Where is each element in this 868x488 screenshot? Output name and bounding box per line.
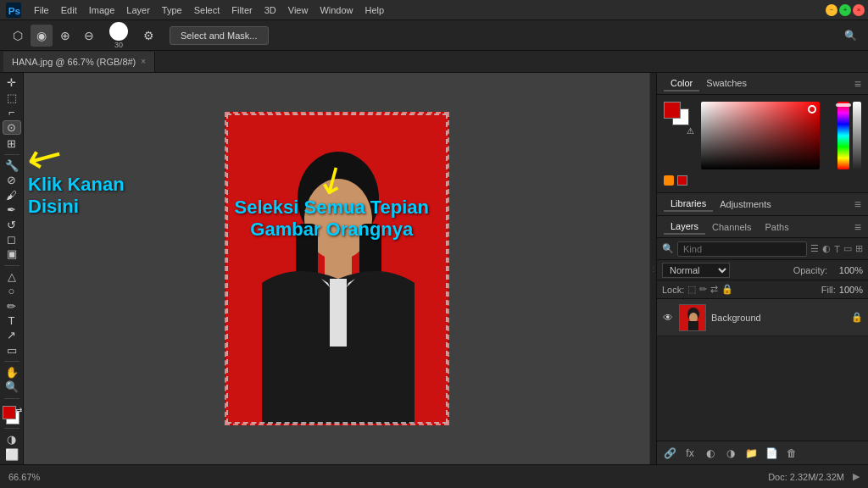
swap-colors-icon[interactable]: ⇄: [15, 406, 22, 415]
heal-tool[interactable]: ⊘: [3, 174, 21, 186]
color-swatch-fg-bg: ⚠: [664, 102, 694, 136]
search-icon[interactable]: 🔍: [839, 25, 861, 47]
gradient-tool[interactable]: ▣: [3, 247, 21, 260]
new-group-button[interactable]: 📁: [743, 446, 759, 461]
document-tab[interactable]: HANA.jpg @ 66.7% (RGB/8#) ×: [3, 52, 155, 72]
out-of-gamut-warning[interactable]: [664, 175, 674, 186]
marquee-tool[interactable]: ⬚: [3, 91, 21, 103]
tab-color[interactable]: Color: [664, 76, 699, 92]
add-style-button[interactable]: fx: [682, 446, 698, 461]
menu-3d[interactable]: 3D: [259, 3, 281, 17]
brush-tool[interactable]: 🖌: [3, 188, 21, 201]
add-mask-button[interactable]: ◐: [703, 446, 718, 461]
tab-libraries[interactable]: Libraries: [664, 197, 713, 212]
pen-tool[interactable]: ✏: [3, 299, 21, 312]
opacity-value[interactable]: 100%: [831, 265, 863, 275]
add-adjustment-button[interactable]: ◑: [723, 446, 738, 461]
clone-tool[interactable]: ✒: [3, 203, 21, 216]
lasso-tool[interactable]: ⌐: [3, 106, 21, 119]
edit-quick-mask[interactable]: ◑: [3, 433, 21, 446]
tab-layers[interactable]: Layers: [664, 219, 705, 235]
tab-paths[interactable]: Paths: [759, 220, 796, 234]
menu-layer[interactable]: Layer: [121, 3, 155, 17]
close-tab-icon[interactable]: ×: [141, 57, 146, 66]
select-mask-button[interactable]: Select and Mask...: [170, 26, 269, 45]
panel-resize-handle[interactable]: ⋮: [649, 73, 656, 464]
close-button[interactable]: ×: [853, 4, 865, 16]
quick-select-tool[interactable]: ⊙: [3, 120, 21, 135]
shape-tool[interactable]: ▭: [3, 344, 21, 357]
tab-adjustments[interactable]: Adjustments: [713, 197, 778, 211]
scroll-indicator[interactable]: ▶: [853, 471, 860, 482]
zoom-tool[interactable]: 🔍: [3, 380, 21, 393]
layers-panel: Layers Channels Paths ≡ 🔍 ☰ ◐ T ▭ ⊞ Norm…: [657, 216, 868, 464]
doc-size: Doc: 2.32M/2.32M: [768, 472, 844, 482]
history-brush[interactable]: ↺: [3, 218, 21, 230]
dodge-tool[interactable]: ○: [3, 285, 21, 297]
kind-pixel-icon[interactable]: ☰: [810, 243, 819, 254]
minimize-button[interactable]: −: [826, 4, 837, 16]
menu-type[interactable]: Type: [157, 3, 187, 17]
menu-image[interactable]: Image: [84, 3, 120, 17]
menu-filter[interactable]: Filter: [226, 3, 257, 17]
photo-canvas: [225, 112, 449, 425]
libraries-panel: Libraries Adjustments ≡: [657, 193, 868, 216]
spectrum-handle[interactable]: [808, 105, 816, 114]
layers-search-input[interactable]: [677, 241, 807, 257]
lock-artboard-icon[interactable]: ⇄: [710, 284, 718, 295]
lock-row: Lock: ⬚ ✏ ⇄ 🔒 Fill: 100%: [657, 280, 868, 299]
menu-file[interactable]: File: [29, 3, 54, 17]
alpha-bar[interactable]: [853, 102, 861, 169]
zoom-level: 66.67%: [8, 472, 40, 482]
kind-shape-icon[interactable]: ▭: [843, 243, 852, 254]
crop-tool[interactable]: ⊞: [3, 136, 21, 149]
eyedropper-tool[interactable]: 🔧: [3, 159, 21, 172]
change-screen-mode[interactable]: ⬜: [3, 448, 21, 461]
menu-select[interactable]: Select: [189, 3, 225, 17]
blend-mode-select[interactable]: Normal: [662, 263, 730, 278]
fg-color-preview[interactable]: [664, 102, 681, 119]
brush-size-number: 30: [114, 41, 123, 49]
lock-position-icon[interactable]: ✏: [699, 284, 707, 295]
move-tool[interactable]: ✛: [3, 76, 21, 89]
separator-3: [4, 361, 19, 362]
canvas-area[interactable]: ↙ Klik Kanan Disini ↙ Seleksi Semua Tepi…: [24, 73, 649, 464]
hue-bar[interactable]: [837, 102, 849, 169]
tool-select[interactable]: ⬡: [7, 25, 29, 47]
hand-tool[interactable]: ✋: [3, 366, 21, 379]
tool-brush-subtract[interactable]: ⊖: [78, 25, 100, 47]
lock-pixels-icon[interactable]: ⬚: [687, 284, 696, 295]
new-layer-button[interactable]: 📄: [764, 446, 779, 461]
menu-help[interactable]: Help: [360, 3, 390, 17]
foreground-color-swatch[interactable]: [3, 406, 16, 419]
layers-menu-icon[interactable]: ≡: [854, 220, 861, 234]
layer-visibility-icon[interactable]: 👁: [662, 312, 674, 324]
tab-channels[interactable]: Channels: [705, 220, 758, 234]
color-cube[interactable]: [677, 175, 687, 186]
delete-layer-button[interactable]: 🗑: [784, 446, 799, 461]
tool-brush-select[interactable]: ◉: [31, 25, 53, 47]
blur-tool[interactable]: △: [3, 269, 21, 282]
tool-brush-add[interactable]: ⊕: [54, 25, 76, 47]
lock-all-icon[interactable]: 🔒: [721, 284, 733, 295]
layer-name: Background: [711, 313, 846, 323]
menu-edit[interactable]: Edit: [56, 3, 82, 17]
tab-swatches[interactable]: Swatches: [699, 76, 754, 92]
link-layers-button[interactable]: 🔗: [662, 446, 677, 461]
color-spectrum[interactable]: [701, 102, 820, 169]
kind-type-icon[interactable]: T: [834, 244, 840, 254]
menu-window[interactable]: Window: [314, 3, 358, 17]
libraries-menu-icon[interactable]: ≡: [854, 197, 861, 211]
maximize-button[interactable]: +: [839, 4, 851, 16]
menu-view[interactable]: View: [283, 3, 314, 17]
color-panel-menu-icon[interactable]: ≡: [854, 77, 861, 91]
tool-settings[interactable]: ⚙: [137, 25, 159, 47]
kind-adjust-icon[interactable]: ◐: [822, 243, 831, 254]
path-select-tool[interactable]: ↗: [3, 329, 21, 341]
hue-handle[interactable]: [836, 103, 851, 107]
kind-smart-icon[interactable]: ⊞: [855, 243, 863, 254]
fill-value[interactable]: 100%: [839, 285, 863, 295]
layer-item-background[interactable]: 👁 Background 🔒: [657, 299, 868, 336]
type-tool[interactable]: T: [3, 314, 21, 327]
eraser-tool[interactable]: ◻: [3, 233, 21, 246]
